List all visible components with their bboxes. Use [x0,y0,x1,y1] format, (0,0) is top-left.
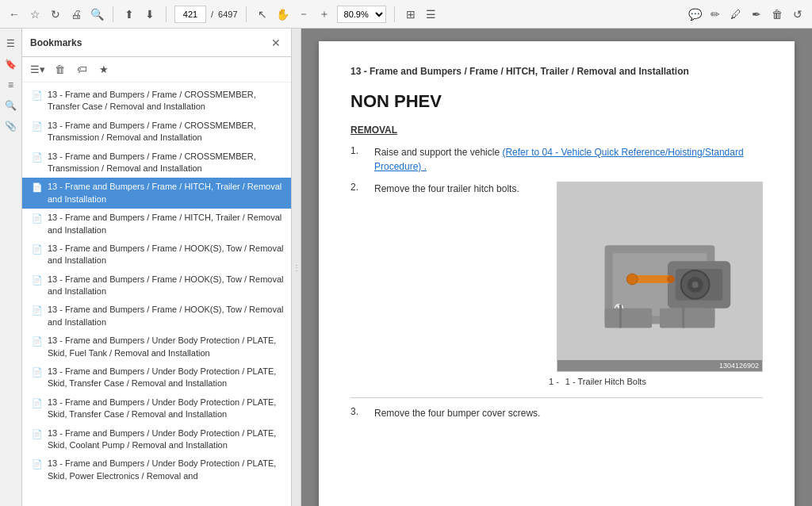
list-item[interactable]: 📄 13 - Frame and Bumpers / Under Body Pr… [22,454,291,485]
list-item[interactable]: 📄 13 - Frame and Bumpers / Frame / HOOK(… [22,240,291,270]
trash-icon[interactable]: 🗑 [769,6,785,22]
zoom-in-btn[interactable]: ＋ [316,6,332,22]
tool5-icon[interactable]: ☰ [423,6,439,22]
page-separator: / [211,10,213,19]
pdf-area: 13 - Frame and Bumpers / Frame / HITCH, … [301,29,812,506]
bm-tag-button[interactable]: 🏷 [73,61,90,79]
refresh-icon[interactable]: ↻ [48,6,63,22]
bookmarks-icon[interactable]: 🔖 [2,56,20,73]
hand-icon[interactable]: ✋ [275,6,291,22]
doc-header-title: 13 - Frame and Bumpers / Frame / HITCH, … [350,65,763,79]
undo-icon[interactable]: ↺ [790,6,806,22]
bm-item-icon: 📄 [32,397,43,409]
step-1-text: Raise and support the vehicle (Refer to … [374,145,763,174]
back-button[interactable]: ← [6,6,22,22]
list-item[interactable]: 📄 13 - Frame and Bumpers / Under Body Pr… [22,332,291,362]
img-caption: 1304126902 [557,360,762,371]
bm-item-icon: 📄 [32,121,43,132]
svg-point-10 [667,275,675,283]
bookmarks-header: Bookmarks ✕ [22,29,291,57]
bm-item-icon: 📄 [32,335,43,347]
bm-add-button[interactable]: ☰▾ [29,61,46,79]
comment-icon[interactable]: 💬 [687,6,703,22]
step-2-row: 2. Remove the four trailer hitch bolts. [350,182,541,196]
list-item[interactable]: 📄 13 - Frame and Bumpers / Frame / CROSS… [22,148,291,178]
bm-item-icon: 📄 [32,305,43,316]
zoom-select[interactable]: 80.9% 100% 75% [337,6,386,23]
bm-item-icon: 📄 [32,428,43,440]
attach-icon[interactable]: 📎 [2,117,20,135]
divider1 [113,6,113,22]
page-total: 6497 [218,10,237,19]
print-icon[interactable]: 🖨 [68,6,84,22]
nav-up-icon[interactable]: ⬆ [121,6,137,22]
cursor-icon[interactable]: ↖ [255,6,270,22]
divider2 [166,6,167,22]
svg-point-9 [626,274,638,285]
bookmarks-close-button[interactable]: ✕ [269,36,283,50]
step-2-left: 2. Remove the four trailer hitch bolts. [350,182,541,204]
step-3-number: 3. [350,406,366,417]
bookmarks-title: Bookmarks [30,37,264,48]
bm-item-text: 13 - Frame and Bumpers / Frame / HOOK(S)… [48,304,285,328]
star-icon[interactable]: ☆ [27,6,43,22]
search-icon[interactable]: 🔍 [2,97,20,114]
bm-item-text: 13 - Frame and Bumpers / Under Body Prot… [48,427,285,452]
divider4 [394,6,395,22]
pencil-icon[interactable]: ✏ [707,6,723,22]
bookmarks-panel: Bookmarks ✕ ☰▾ 🗑 🏷 ★ 📄 13 - Frame and Bu… [22,29,292,506]
img-label-number: 1 - [549,377,559,386]
highlight-icon[interactable]: 🖊 [728,6,744,22]
step1-main-text: Raise and support the vehicle [374,147,500,158]
step-2-text: Remove the four trailer hitch bolts. [374,182,541,196]
bookmarks-list: 📄 13 - Frame and Bumpers / Frame / CROSS… [22,82,291,506]
svg-rect-8 [632,275,672,283]
page-input[interactable] [174,6,206,23]
zoom-out-icon[interactable]: 🔍 [89,6,105,22]
bm-star-button[interactable]: ★ [95,61,113,79]
list-item-active[interactable]: 📄 13 - Frame and Bumpers / Frame / HITCH… [22,178,291,209]
step-2-number: 2. [350,182,366,193]
bm-item-text: 13 - Frame and Bumpers / Frame / HOOK(S)… [48,274,285,298]
img-label-row: 1 - 1 - Trailer Hitch Bolts [549,377,763,386]
zoom-out-btn[interactable]: － [296,6,312,22]
main-layout: ☰ 🔖 ≡ 🔍 📎 Bookmarks ✕ ☰▾ 🗑 🏷 ★ 📄 13 - Fr… [0,29,812,506]
bm-item-text: 13 - Frame and Bumpers / Frame / HOOK(S)… [48,243,285,267]
bm-item-text: 13 - Frame and Bumpers / Under Body Prot… [48,458,285,482]
bm-delete-button[interactable]: 🗑 [51,61,68,79]
bm-item-icon: 📄 [32,151,43,163]
list-item[interactable]: 📄 13 - Frame and Bumpers / Frame / CROSS… [22,117,291,148]
divider3 [246,6,247,22]
bm-item-text: 13 - Frame and Bumpers / Frame / CROSSME… [48,120,285,144]
step-1-number: 1. [350,145,366,156]
list-item[interactable]: 📄 13 - Frame and Bumpers / Under Body Pr… [22,393,291,424]
bm-item-text: 13 - Frame and Bumpers / Frame / CROSSME… [48,151,285,175]
bm-item-text: 13 - Frame and Bumpers / Under Body Prot… [48,335,285,359]
svg-point-7 [692,282,699,288]
sidebar-toggle-icon[interactable]: ☰ [2,35,20,52]
bm-item-text: 13 - Frame and Bumpers / Frame / CROSSME… [48,89,285,113]
nav-down-icon[interactable]: ⬇ [142,6,158,22]
list-item[interactable]: 📄 13 - Frame and Bumpers / Frame / CROSS… [22,86,291,117]
fit-page-icon[interactable]: ⊞ [403,6,419,22]
step-3-text: Remove the four bumper cover screws. [374,406,763,420]
list-item[interactable]: 📄 13 - Frame and Bumpers / Frame / HOOK(… [22,270,291,301]
svg-rect-13 [660,308,714,328]
list-item[interactable]: 📄 13 - Frame and Bumpers / Frame / HOOK(… [22,301,291,332]
markup-icon[interactable]: ✒ [749,6,764,22]
bm-item-text: 13 - Frame and Bumpers / Under Body Prot… [48,397,285,421]
list-item[interactable]: 📄 13 - Frame and Bumpers / Under Body Pr… [22,362,291,393]
bm-item-text: 13 - Frame and Bumpers / Under Body Prot… [48,366,285,390]
step-2-content-row: 2. Remove the four trailer hitch bolts. [350,182,763,386]
doc-section-removal: REMOVAL [350,125,763,136]
list-item[interactable]: 📄 13 - Frame and Bumpers / Under Body Pr… [22,424,291,455]
step-3-row: 3. Remove the four bumper cover screws. [350,406,763,420]
bm-item-icon: 📄 [32,243,43,255]
layers-icon[interactable]: ≡ [2,76,20,94]
resize-handle[interactable]: ⋮ [292,29,301,506]
svg-rect-12 [605,308,653,328]
list-item[interactable]: 📄 13 - Frame and Bumpers / Frame / HITCH… [22,209,291,240]
pdf-page: 13 - Frame and Bumpers / Frame / HITCH, … [319,41,795,506]
bookmarks-toolbar: ☰▾ 🗑 🏷 ★ [22,57,291,82]
bm-item-icon: 📄 [32,458,43,470]
